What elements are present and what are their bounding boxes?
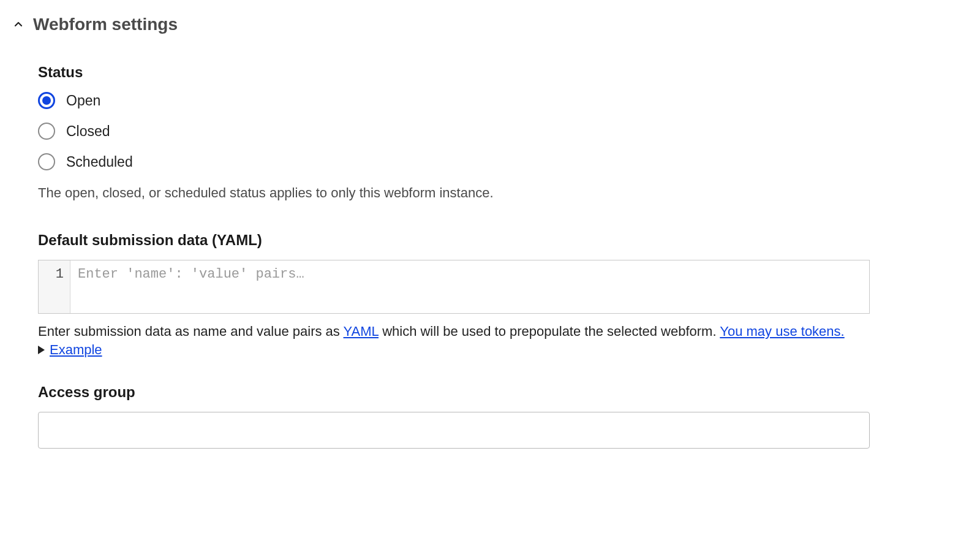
desc-text-mid: which will be used to prepopulate the se… (379, 324, 720, 339)
status-label: Status (38, 64, 870, 81)
radio-icon (38, 92, 55, 109)
default-data-label: Default submission data (YAML) (38, 232, 870, 249)
tokens-link[interactable]: You may use tokens. (720, 324, 844, 339)
line-gutter: 1 (39, 260, 70, 313)
status-option-open[interactable]: Open (38, 92, 870, 109)
radio-label: Scheduled (66, 154, 133, 170)
section-title: Webform settings (33, 15, 178, 34)
yaml-editor[interactable]: 1 Enter 'name': 'value' pairs… (38, 260, 870, 314)
radio-icon (38, 123, 55, 140)
chevron-up-icon (12, 18, 24, 31)
line-number: 1 (56, 267, 64, 282)
radio-label: Closed (66, 123, 110, 140)
triangle-right-icon (38, 346, 45, 354)
example-link[interactable]: Example (50, 342, 102, 358)
status-radio-group: Open Closed Scheduled (38, 92, 870, 170)
access-group-label: Access group (38, 384, 870, 401)
status-option-closed[interactable]: Closed (38, 123, 870, 140)
desc-text-pre: Enter submission data as name and value … (38, 324, 344, 339)
radio-label: Open (66, 93, 100, 109)
status-option-scheduled[interactable]: Scheduled (38, 153, 870, 170)
access-group-input[interactable] (38, 412, 870, 449)
yaml-placeholder: Enter 'name': 'value' pairs… (70, 260, 869, 313)
yaml-link[interactable]: YAML (344, 324, 379, 339)
radio-icon (38, 153, 55, 170)
section-content: Status Open Closed Scheduled The open, c… (12, 64, 882, 449)
default-data-description: Enter submission data as name and value … (38, 322, 870, 341)
section-toggle[interactable]: Webform settings (12, 15, 968, 34)
example-details[interactable]: Example (38, 342, 870, 358)
status-help-text: The open, closed, or scheduled status ap… (38, 184, 870, 202)
